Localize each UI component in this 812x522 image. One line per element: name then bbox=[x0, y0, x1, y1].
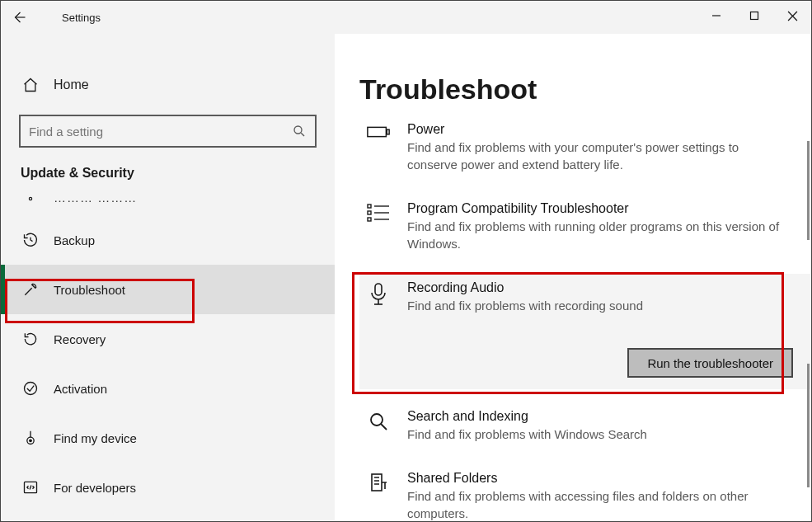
svg-point-13 bbox=[371, 414, 383, 426]
sidebar-item-find-my-device[interactable]: Find my device bbox=[1, 413, 335, 463]
window-controls bbox=[697, 1, 811, 31]
history-icon bbox=[22, 232, 39, 248]
content-pane: Troubleshoot adapters. Power Find and fi… bbox=[335, 34, 811, 521]
sidebar-item-label: Backup bbox=[54, 233, 95, 247]
troubleshooter-desc: Find and fix problems with Windows Searc… bbox=[407, 426, 795, 443]
svg-rect-9 bbox=[368, 205, 371, 208]
minimize-button[interactable] bbox=[697, 1, 735, 31]
sidebar-item-for-developers[interactable]: For developers bbox=[1, 463, 335, 512]
maximize-icon bbox=[749, 11, 759, 21]
battery-icon bbox=[364, 122, 392, 173]
maximize-button[interactable] bbox=[735, 1, 773, 31]
sidebar-item-label: Recovery bbox=[54, 332, 106, 346]
troubleshooter-title: Shared Folders bbox=[407, 471, 795, 486]
sidebar-item-label: For developers bbox=[54, 481, 136, 495]
troubleshooter-desc: Find and fix problems with accessing fil… bbox=[407, 487, 795, 521]
scrollbar[interactable] bbox=[807, 364, 810, 487]
svg-rect-0 bbox=[751, 12, 758, 20]
troubleshooter-power[interactable]: Power Find and fix problems with your co… bbox=[359, 115, 811, 181]
svg-rect-12 bbox=[375, 284, 382, 295]
sidebar-category-heading: Update & Security bbox=[1, 166, 335, 190]
svg-rect-11 bbox=[368, 218, 371, 221]
location-icon bbox=[22, 430, 39, 446]
microphone-icon bbox=[364, 280, 392, 369]
back-button[interactable] bbox=[1, 1, 37, 34]
arrow-left-icon bbox=[12, 10, 26, 25]
magnifier-icon bbox=[364, 409, 392, 443]
troubleshooter-title: Power bbox=[407, 122, 795, 137]
svg-rect-7 bbox=[368, 127, 387, 136]
troubleshooter-shared-folders[interactable]: Shared Folders Find and fix problems wit… bbox=[359, 464, 811, 521]
svg-point-3 bbox=[25, 383, 37, 395]
troubleshooter-title: Program Compatibility Troubleshooter bbox=[407, 201, 795, 216]
page-heading: Troubleshoot bbox=[359, 73, 811, 106]
troubleshooter-title: Search and Indexing bbox=[407, 409, 795, 424]
search-input[interactable] bbox=[19, 115, 317, 148]
sidebar-item-recovery[interactable]: Recovery bbox=[1, 314, 335, 364]
svg-rect-10 bbox=[368, 211, 371, 214]
svg-rect-8 bbox=[387, 129, 389, 134]
sidebar-item-troubleshoot[interactable]: Troubleshoot bbox=[1, 265, 335, 314]
program-list-icon bbox=[364, 201, 392, 252]
sidebar-item-label: Find my device bbox=[54, 431, 137, 445]
troubleshooter-desc: Find and fix problems with recording sou… bbox=[407, 297, 795, 314]
sidebar-item-label: Troubleshoot bbox=[54, 283, 125, 297]
sidebar: Home Update & Security ……… ……… bbox=[1, 34, 335, 521]
home-icon bbox=[22, 77, 39, 93]
sidebar-item-label: ……… ……… bbox=[54, 190, 137, 205]
server-share-icon bbox=[364, 471, 392, 521]
troubleshooter-desc: Find and fix problems with running older… bbox=[407, 218, 795, 252]
troubleshooter-program-compat[interactable]: Program Compatibility Troubleshooter Fin… bbox=[359, 195, 811, 261]
svg-point-2 bbox=[29, 197, 31, 200]
sidebar-item-activation[interactable]: Activation bbox=[1, 364, 335, 413]
wrench-icon bbox=[22, 281, 39, 298]
sidebar-item-backup[interactable]: Backup bbox=[1, 215, 335, 265]
minimize-icon bbox=[711, 11, 721, 21]
sidebar-item-windows-security[interactable]: ……… ……… bbox=[1, 190, 335, 215]
troubleshooter-desc: Find and fix problems with your computer… bbox=[407, 139, 795, 173]
svg-rect-14 bbox=[372, 474, 382, 491]
sidebar-home[interactable]: Home bbox=[1, 65, 335, 105]
recovery-icon bbox=[22, 331, 39, 347]
check-circle-icon bbox=[22, 380, 39, 397]
run-troubleshooter-button[interactable]: Run the troubleshooter bbox=[627, 348, 793, 378]
sidebar-item-label: Activation bbox=[54, 382, 107, 396]
window-title: Settings bbox=[62, 12, 101, 24]
sidebar-home-label: Home bbox=[54, 78, 89, 92]
code-icon bbox=[22, 479, 39, 496]
shield-icon bbox=[22, 190, 39, 207]
scrollbar[interactable] bbox=[807, 141, 810, 240]
troubleshooter-search-indexing[interactable]: Search and Indexing Find and fix problem… bbox=[359, 402, 811, 451]
svg-point-5 bbox=[30, 440, 32, 442]
titlebar: Settings bbox=[1, 1, 811, 34]
troubleshooter-title: Recording Audio bbox=[407, 280, 795, 295]
close-icon bbox=[787, 11, 798, 21]
troubleshooter-recording-audio[interactable]: Recording Audio Find and fix problems wi… bbox=[359, 274, 811, 389]
close-button[interactable] bbox=[773, 1, 811, 31]
